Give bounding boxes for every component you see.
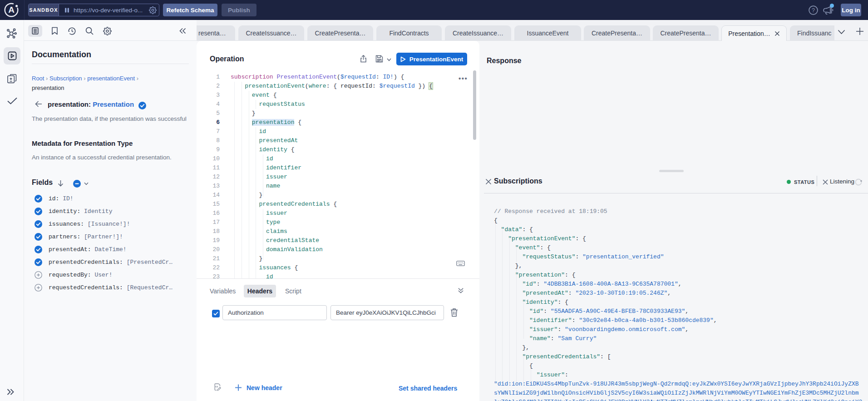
svg-text:A: A	[8, 5, 15, 15]
svg-text:?: ?	[812, 7, 815, 14]
